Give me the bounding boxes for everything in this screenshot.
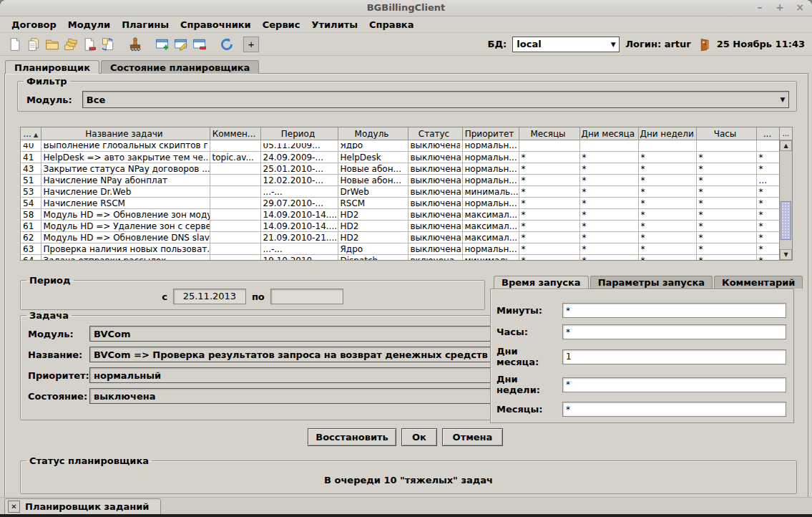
new-document-icon[interactable] [6,36,24,53]
tab-run-params[interactable]: Параметры запуска [590,276,713,289]
vertical-scrollbar[interactable]: ... ▲ ▼ [779,127,792,260]
column-header[interactable]: Месяцы [519,127,579,140]
chevron-down-icon: ▼ [777,96,788,103]
run-time-panel: Минуты: Часы: Дни месяца: Дни недели: Ме… [490,289,794,423]
task-state-select[interactable]: выключена ▼ [89,388,504,404]
period-to-label: по [252,291,265,302]
open-folder-icon[interactable] [43,36,62,53]
tab-scheduler-state[interactable]: Состояние планировщика [101,60,259,74]
table-row-partial[interactable]: 40 Выполнение глобальных скриптов п... 0… [21,140,781,152]
column-header[interactable]: Период [260,127,338,140]
db-select[interactable]: local ▼ [512,37,620,52]
period-from-label: с [162,291,167,302]
column-header[interactable]: Дни месяца [579,127,638,140]
restore-button[interactable]: Восстановить [308,428,396,446]
edit-window-icon[interactable] [172,36,190,53]
refresh-icon[interactable] [217,36,236,53]
filter-module-select[interactable]: Все ▼ [82,91,789,108]
tab-run-time[interactable]: Время запуска [494,276,589,289]
filter-groupbox: Фильтр Модуль: Все ▼ [17,76,797,112]
table-header-row: ...▲Название задачиКоммен...ПериодМодуль… [21,127,781,140]
chevron-down-icon: ▼ [607,41,619,48]
close-button[interactable]: × [795,1,805,13]
column-header[interactable]: ...▲ [21,127,41,140]
task-priority-select[interactable]: нормальный ▼ [89,367,504,383]
hours-input[interactable] [562,324,786,339]
close-tab-icon[interactable]: ✕ [8,501,20,513]
main-tab-bar: Планировщик Состояние планировщика [5,60,259,74]
table-row[interactable]: 53 Начисление Dr.Web ...-... DrWeb выклю… [21,186,781,198]
menu-item[interactable]: Справка [363,18,419,32]
scheduler-status-text: В очереди 10 "тяжелых" задач [21,475,796,485]
table-row[interactable]: 43 Закрытие статуса NPay договоров ... 2… [21,163,781,175]
column-header[interactable]: ... [756,127,781,140]
sort-ascending-icon: ▲ [34,132,38,138]
folders-icon[interactable] [62,36,80,53]
schedule-tab-bar: Время запуска Параметры запуска Коммента… [494,276,803,289]
cancel-button[interactable]: Отмена [442,428,503,446]
scroll-up-icon[interactable]: ▲ [780,140,792,151]
tab-comment[interactable]: Комментарий [714,276,803,289]
period-to-field[interactable] [270,289,343,304]
month-days-input[interactable] [562,349,786,364]
table-row[interactable]: 41 HelpDesk => авто закрытие тем че... t… [21,152,781,163]
menu-item[interactable]: Справочники [175,18,257,32]
remove-document-icon[interactable] [80,36,99,53]
table-row[interactable]: 64 Задача отправки рассылок 19.10.2010-.… [21,255,781,261]
table-row[interactable]: 58 Модуль HD => Обновление зон моду... 1… [21,209,781,221]
copy-document-icon[interactable] [24,36,43,53]
add-window-icon[interactable] [153,36,172,53]
scheduler-status-groupbox: Статус планировщика В очереди 10 "тяжелы… [20,455,797,494]
stamp-icon[interactable] [126,36,145,53]
menu-item[interactable]: Модули [62,18,116,32]
table-row[interactable]: 62 Модуль HD => Обновление DNS slav... 2… [21,232,781,243]
scrollbar-thumb[interactable] [781,201,791,240]
table-row[interactable]: 51 Начисление NPay абонплат 12.02.2010-.… [21,175,781,186]
minutes-input[interactable] [562,303,786,318]
table-row[interactable]: 54 Начисление RSCM 29.07.2010-... RSCM в… [21,198,781,209]
application-window: BGBillingClient – + × ДоговорМодулиПлаги… [0,0,812,517]
column-header[interactable]: Статус [408,127,462,140]
toolbar: + БД: local ▼ Логин: artur 25 Ноябрь 11:… [0,33,812,56]
column-header[interactable]: Модуль [338,127,408,140]
door-exit-icon[interactable] [697,36,711,53]
transfer-document-icon[interactable] [99,36,117,53]
period-groupbox: Период с 25.11.2013 по [20,275,485,310]
tasks-table: ...▲Название задачиКоммен...ПериодМодуль… [20,127,793,261]
scheduler-status-title: Статус планировщика [26,455,152,466]
column-header[interactable]: Приоритет [462,127,519,140]
task-state-label: Состояние: [28,391,89,402]
week-days-label: Дни недели: [497,374,562,395]
table-row[interactable]: 63 Проверка наличия новых пользоват... .… [21,243,781,255]
period-from-field[interactable]: 25.11.2013 [173,289,246,304]
bottom-tab-bar: ✕ Планировщик заданий [0,497,812,515]
months-label: Месяцы: [497,404,562,415]
remove-window-icon[interactable] [190,36,209,53]
bottom-tab-label: Планировщик заданий [25,501,149,512]
column-header[interactable]: Дни недели [638,127,696,140]
menu-item[interactable]: Сервис [257,18,306,32]
column-header[interactable]: Название задачи [41,127,210,140]
minutes-label: Минуты: [497,305,562,316]
minimize-button[interactable]: – [755,1,765,13]
menu-item[interactable]: Плагины [116,18,175,32]
maximize-button[interactable]: + [775,1,785,13]
table-row[interactable]: 61 Модуль HD => Удаление зон с серве... … [21,221,781,232]
filter-module-label: Модуль: [26,95,72,105]
week-days-input[interactable] [562,377,786,392]
task-name-select[interactable]: BVCom => Проверка результатов запроса на… [89,347,504,362]
ok-button[interactable]: Ок [401,428,437,446]
column-header[interactable]: Коммен... [210,127,260,140]
column-header[interactable]: Часы [696,127,756,140]
filter-group-title: Фильтр [24,76,70,87]
menu-item[interactable]: Договор [6,18,62,32]
scroll-down-icon[interactable]: ▼ [780,249,792,260]
bottom-tab-scheduler-tasks[interactable]: ✕ Планировщик заданий [4,498,161,515]
months-input[interactable] [562,402,786,417]
menu-item[interactable]: Утилиты [305,18,363,32]
task-module-select[interactable]: BVCom ▼ [89,326,504,342]
add-tab-button[interactable]: + [243,37,259,52]
title-bar: BGBillingClient – + × [0,0,812,16]
tab-scheduler[interactable]: Планировщик [5,60,99,74]
datetime-label: 25 Ноябрь 11:43 [717,39,805,49]
